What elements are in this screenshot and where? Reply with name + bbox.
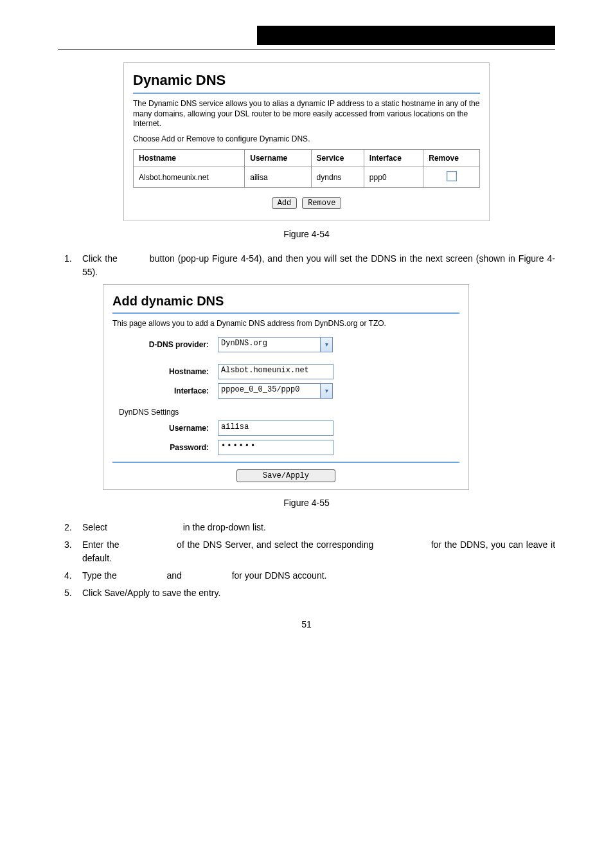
step-2-text-a: Select (82, 522, 110, 532)
step-4: 4. Type the and for your DDNS account. (64, 569, 555, 583)
step-4-text-b: and (166, 570, 184, 581)
remove-button[interactable]: Remove (302, 197, 341, 209)
add-button[interactable]: Add (272, 197, 298, 209)
panel2-desc: This page allows you to add a Dynamic DN… (112, 319, 459, 329)
step-2-index: 2. (64, 521, 82, 534)
cell-hostname: Alsbot.homeunix.net (134, 167, 245, 188)
label-interface: Interface: (112, 386, 218, 395)
username-input[interactable]: ailisa (218, 420, 333, 436)
step-1: 1. Click the button (pop-up Figure 4-54)… (64, 252, 555, 279)
label-username: Username: (112, 424, 218, 433)
step-3-text-a: Enter the (82, 539, 122, 550)
hostname-input[interactable]: Alsbot.homeunix.net (218, 364, 333, 379)
step-3-text-b: of the DNS Server, and select the corres… (177, 539, 377, 550)
panel2-title: Add dynamic DNS (112, 294, 459, 309)
provider-select[interactable]: DynDNS.org ▾ (218, 337, 333, 352)
step-4-text-a: Type the (82, 570, 120, 581)
step-4-index: 4. (64, 569, 82, 583)
label-hostname: Hostname: (112, 367, 218, 376)
figure-4-55-caption: Figure 4-55 (0, 498, 613, 508)
panel2-rule (112, 312, 459, 314)
step-5: 5. Click Save/Apply to save the entry. (64, 586, 555, 600)
cell-username: ailisa (245, 167, 311, 188)
interface-select[interactable]: pppoe_0_0_35/ppp0 ▾ (218, 383, 333, 399)
col-hostname: Hostname (134, 150, 245, 167)
password-input[interactable]: •••••• (218, 440, 333, 455)
step-2-text-b: in the drop-down list. (183, 522, 266, 532)
label-provider: D-DNS provider: (112, 340, 218, 349)
panel1-desc2: Choose Add or Remove to configure Dynami… (133, 134, 480, 145)
col-interface: Interface (364, 150, 423, 167)
step-1-index: 1. (64, 252, 82, 279)
dynamic-dns-panel: Dynamic DNS The Dynamic DNS service allo… (123, 62, 490, 221)
provider-value: DynDNS.org (218, 337, 321, 352)
table-row: Alsbot.homeunix.net ailisa dyndns ppp0 (134, 167, 480, 188)
dyndns-settings-label: DynDNS Settings (119, 408, 459, 417)
add-dynamic-dns-panel: Add dynamic DNS This page allows you to … (103, 284, 469, 490)
cell-interface: ppp0 (364, 167, 423, 188)
figure-4-54-caption: Figure 4-54 (0, 229, 613, 239)
save-apply-button[interactable]: Save/Apply (236, 469, 335, 482)
chevron-down-icon: ▾ (321, 337, 333, 352)
panel1-rule (133, 93, 480, 94)
step-3: 3. Enter the of the DNS Server, and sele… (64, 538, 555, 565)
step-2: 2. Select in the drop-down list. (64, 521, 555, 534)
step-3-index: 3. (64, 538, 82, 565)
panel1-desc1: The Dynamic DNS service allows you to al… (133, 99, 480, 129)
step-5-text-a: Click Save/Apply to save the entry. (82, 588, 220, 598)
header-black-bar (257, 26, 555, 45)
panel1-title: Dynamic DNS (133, 72, 480, 89)
cell-service: dyndns (311, 167, 364, 188)
interface-value: pppoe_0_0_35/ppp0 (218, 383, 321, 399)
step-1-text-a: Click the (82, 253, 121, 264)
step-4-text-c: for your DDNS account. (232, 570, 327, 581)
chevron-down-icon: ▾ (321, 383, 333, 399)
col-remove: Remove (423, 150, 480, 167)
col-username: Username (245, 150, 311, 167)
remove-checkbox[interactable] (447, 171, 457, 181)
page-number: 51 (0, 619, 613, 629)
header-rule (58, 49, 555, 50)
col-service: Service (311, 150, 364, 167)
step-1-text-b: button (pop-up Figure 4-54), and then yo… (82, 253, 555, 277)
ddns-table: Hostname Username Service Interface Remo… (133, 149, 480, 188)
label-password: Password: (112, 443, 218, 452)
step-5-index: 5. (64, 586, 82, 600)
